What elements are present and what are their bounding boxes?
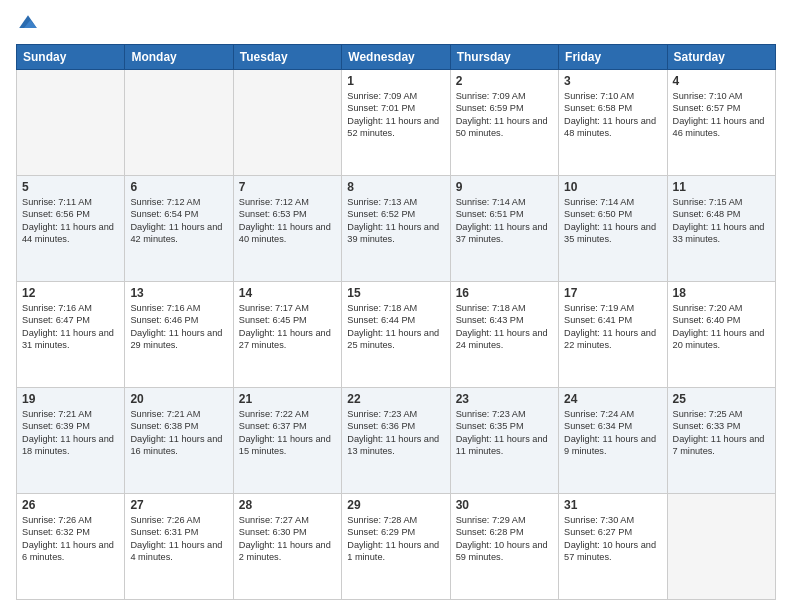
calendar-cell: 22Sunrise: 7:23 AMSunset: 6:36 PMDayligh… — [342, 388, 450, 494]
day-number: 21 — [239, 392, 336, 406]
calendar-cell: 11Sunrise: 7:15 AMSunset: 6:48 PMDayligh… — [667, 176, 775, 282]
calendar-week-row: 1Sunrise: 7:09 AMSunset: 7:01 PMDaylight… — [17, 70, 776, 176]
calendar-header-row: SundayMondayTuesdayWednesdayThursdayFrid… — [17, 45, 776, 70]
day-number: 22 — [347, 392, 444, 406]
calendar-cell: 5Sunrise: 7:11 AMSunset: 6:56 PMDaylight… — [17, 176, 125, 282]
day-number: 16 — [456, 286, 553, 300]
cell-details: Sunrise: 7:10 AMSunset: 6:58 PMDaylight:… — [564, 90, 661, 140]
calendar-cell: 14Sunrise: 7:17 AMSunset: 6:45 PMDayligh… — [233, 282, 341, 388]
calendar-cell: 27Sunrise: 7:26 AMSunset: 6:31 PMDayligh… — [125, 494, 233, 600]
cell-details: Sunrise: 7:19 AMSunset: 6:41 PMDaylight:… — [564, 302, 661, 352]
calendar-cell: 21Sunrise: 7:22 AMSunset: 6:37 PMDayligh… — [233, 388, 341, 494]
cell-details: Sunrise: 7:15 AMSunset: 6:48 PMDaylight:… — [673, 196, 770, 246]
day-number: 27 — [130, 498, 227, 512]
page: SundayMondayTuesdayWednesdayThursdayFrid… — [0, 0, 792, 612]
day-number: 23 — [456, 392, 553, 406]
day-number: 17 — [564, 286, 661, 300]
day-number: 11 — [673, 180, 770, 194]
cell-details: Sunrise: 7:29 AMSunset: 6:28 PMDaylight:… — [456, 514, 553, 564]
day-number: 3 — [564, 74, 661, 88]
calendar-week-row: 19Sunrise: 7:21 AMSunset: 6:39 PMDayligh… — [17, 388, 776, 494]
day-number: 30 — [456, 498, 553, 512]
day-header-thursday: Thursday — [450, 45, 558, 70]
calendar-cell: 26Sunrise: 7:26 AMSunset: 6:32 PMDayligh… — [17, 494, 125, 600]
day-number: 14 — [239, 286, 336, 300]
calendar-cell: 18Sunrise: 7:20 AMSunset: 6:40 PMDayligh… — [667, 282, 775, 388]
calendar-cell: 3Sunrise: 7:10 AMSunset: 6:58 PMDaylight… — [559, 70, 667, 176]
calendar-cell: 12Sunrise: 7:16 AMSunset: 6:47 PMDayligh… — [17, 282, 125, 388]
calendar-cell: 1Sunrise: 7:09 AMSunset: 7:01 PMDaylight… — [342, 70, 450, 176]
day-number: 24 — [564, 392, 661, 406]
cell-details: Sunrise: 7:10 AMSunset: 6:57 PMDaylight:… — [673, 90, 770, 140]
cell-details: Sunrise: 7:21 AMSunset: 6:39 PMDaylight:… — [22, 408, 119, 458]
calendar: SundayMondayTuesdayWednesdayThursdayFrid… — [16, 44, 776, 600]
cell-details: Sunrise: 7:16 AMSunset: 6:46 PMDaylight:… — [130, 302, 227, 352]
cell-details: Sunrise: 7:13 AMSunset: 6:52 PMDaylight:… — [347, 196, 444, 246]
cell-details: Sunrise: 7:11 AMSunset: 6:56 PMDaylight:… — [22, 196, 119, 246]
cell-details: Sunrise: 7:27 AMSunset: 6:30 PMDaylight:… — [239, 514, 336, 564]
cell-details: Sunrise: 7:26 AMSunset: 6:31 PMDaylight:… — [130, 514, 227, 564]
day-number: 20 — [130, 392, 227, 406]
cell-details: Sunrise: 7:20 AMSunset: 6:40 PMDaylight:… — [673, 302, 770, 352]
day-number: 7 — [239, 180, 336, 194]
calendar-cell: 10Sunrise: 7:14 AMSunset: 6:50 PMDayligh… — [559, 176, 667, 282]
cell-details: Sunrise: 7:12 AMSunset: 6:54 PMDaylight:… — [130, 196, 227, 246]
cell-details: Sunrise: 7:14 AMSunset: 6:50 PMDaylight:… — [564, 196, 661, 246]
day-number: 15 — [347, 286, 444, 300]
calendar-cell: 19Sunrise: 7:21 AMSunset: 6:39 PMDayligh… — [17, 388, 125, 494]
day-number: 18 — [673, 286, 770, 300]
cell-details: Sunrise: 7:24 AMSunset: 6:34 PMDaylight:… — [564, 408, 661, 458]
cell-details: Sunrise: 7:12 AMSunset: 6:53 PMDaylight:… — [239, 196, 336, 246]
cell-details: Sunrise: 7:28 AMSunset: 6:29 PMDaylight:… — [347, 514, 444, 564]
calendar-week-row: 5Sunrise: 7:11 AMSunset: 6:56 PMDaylight… — [17, 176, 776, 282]
day-number: 4 — [673, 74, 770, 88]
cell-details: Sunrise: 7:17 AMSunset: 6:45 PMDaylight:… — [239, 302, 336, 352]
cell-details: Sunrise: 7:14 AMSunset: 6:51 PMDaylight:… — [456, 196, 553, 246]
calendar-cell: 6Sunrise: 7:12 AMSunset: 6:54 PMDaylight… — [125, 176, 233, 282]
logo — [16, 12, 44, 36]
cell-details: Sunrise: 7:26 AMSunset: 6:32 PMDaylight:… — [22, 514, 119, 564]
cell-details: Sunrise: 7:18 AMSunset: 6:44 PMDaylight:… — [347, 302, 444, 352]
day-number: 10 — [564, 180, 661, 194]
day-number: 1 — [347, 74, 444, 88]
calendar-cell: 7Sunrise: 7:12 AMSunset: 6:53 PMDaylight… — [233, 176, 341, 282]
calendar-cell: 29Sunrise: 7:28 AMSunset: 6:29 PMDayligh… — [342, 494, 450, 600]
day-number: 31 — [564, 498, 661, 512]
cell-details: Sunrise: 7:23 AMSunset: 6:36 PMDaylight:… — [347, 408, 444, 458]
day-number: 29 — [347, 498, 444, 512]
header — [16, 12, 776, 36]
day-number: 12 — [22, 286, 119, 300]
day-header-sunday: Sunday — [17, 45, 125, 70]
calendar-cell — [233, 70, 341, 176]
calendar-cell: 20Sunrise: 7:21 AMSunset: 6:38 PMDayligh… — [125, 388, 233, 494]
day-number: 8 — [347, 180, 444, 194]
calendar-cell: 4Sunrise: 7:10 AMSunset: 6:57 PMDaylight… — [667, 70, 775, 176]
calendar-cell: 16Sunrise: 7:18 AMSunset: 6:43 PMDayligh… — [450, 282, 558, 388]
calendar-cell: 28Sunrise: 7:27 AMSunset: 6:30 PMDayligh… — [233, 494, 341, 600]
day-header-wednesday: Wednesday — [342, 45, 450, 70]
calendar-cell: 8Sunrise: 7:13 AMSunset: 6:52 PMDaylight… — [342, 176, 450, 282]
calendar-cell: 24Sunrise: 7:24 AMSunset: 6:34 PMDayligh… — [559, 388, 667, 494]
calendar-cell: 9Sunrise: 7:14 AMSunset: 6:51 PMDaylight… — [450, 176, 558, 282]
calendar-cell — [17, 70, 125, 176]
cell-details: Sunrise: 7:16 AMSunset: 6:47 PMDaylight:… — [22, 302, 119, 352]
day-header-tuesday: Tuesday — [233, 45, 341, 70]
calendar-cell — [667, 494, 775, 600]
calendar-cell: 23Sunrise: 7:23 AMSunset: 6:35 PMDayligh… — [450, 388, 558, 494]
cell-details: Sunrise: 7:21 AMSunset: 6:38 PMDaylight:… — [130, 408, 227, 458]
day-number: 2 — [456, 74, 553, 88]
day-header-friday: Friday — [559, 45, 667, 70]
calendar-week-row: 26Sunrise: 7:26 AMSunset: 6:32 PMDayligh… — [17, 494, 776, 600]
calendar-cell: 31Sunrise: 7:30 AMSunset: 6:27 PMDayligh… — [559, 494, 667, 600]
cell-details: Sunrise: 7:09 AMSunset: 6:59 PMDaylight:… — [456, 90, 553, 140]
calendar-week-row: 12Sunrise: 7:16 AMSunset: 6:47 PMDayligh… — [17, 282, 776, 388]
day-number: 9 — [456, 180, 553, 194]
day-number: 25 — [673, 392, 770, 406]
cell-details: Sunrise: 7:30 AMSunset: 6:27 PMDaylight:… — [564, 514, 661, 564]
calendar-cell: 15Sunrise: 7:18 AMSunset: 6:44 PMDayligh… — [342, 282, 450, 388]
day-header-saturday: Saturday — [667, 45, 775, 70]
day-number: 26 — [22, 498, 119, 512]
calendar-cell: 2Sunrise: 7:09 AMSunset: 6:59 PMDaylight… — [450, 70, 558, 176]
calendar-cell: 13Sunrise: 7:16 AMSunset: 6:46 PMDayligh… — [125, 282, 233, 388]
cell-details: Sunrise: 7:25 AMSunset: 6:33 PMDaylight:… — [673, 408, 770, 458]
